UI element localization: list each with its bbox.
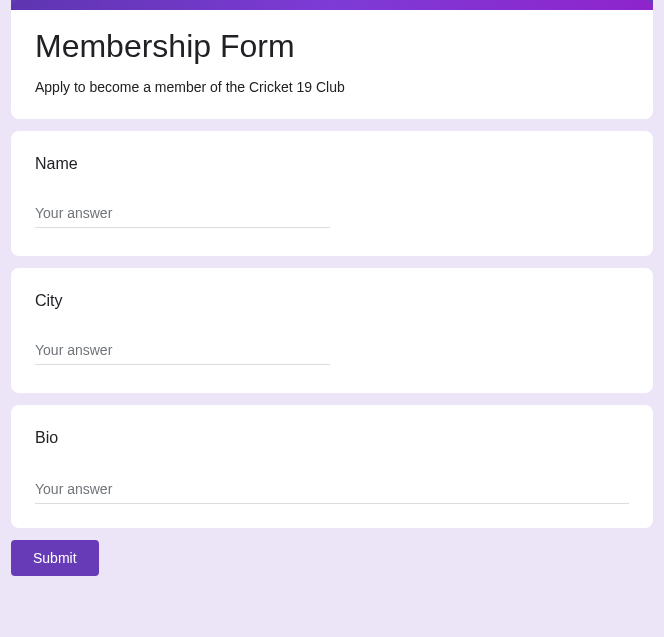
form-header-card: Membership Form Apply to become a member… <box>11 0 653 119</box>
form-title: Membership Form <box>35 28 629 65</box>
question-card-name: Name <box>11 131 653 256</box>
form-description: Apply to become a member of the Cricket … <box>35 77 629 97</box>
bio-input[interactable] <box>35 477 629 504</box>
name-input[interactable] <box>35 201 330 228</box>
question-label-city: City <box>35 292 629 310</box>
submit-button[interactable]: Submit <box>11 540 99 576</box>
question-label-name: Name <box>35 155 629 173</box>
question-label-bio: Bio <box>35 429 629 447</box>
question-card-city: City <box>11 268 653 393</box>
question-card-bio: Bio <box>11 405 653 528</box>
city-input[interactable] <box>35 338 330 365</box>
